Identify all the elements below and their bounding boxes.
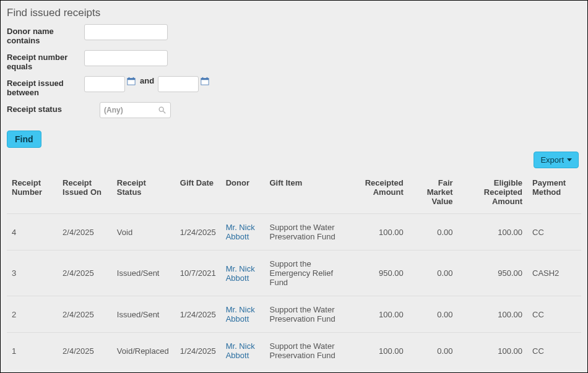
- donor-link[interactable]: Mr. Nick Abbott: [226, 305, 255, 324]
- date-from-input[interactable]: [85, 77, 123, 91]
- cell-status: Void: [112, 214, 175, 251]
- export-button[interactable]: Export: [534, 152, 579, 168]
- cell-gift-date: 10/7/2021: [175, 251, 221, 296]
- col-receipted-amount[interactable]: Receipted Amount: [349, 174, 409, 214]
- svg-point-8: [159, 107, 163, 111]
- table-row: 22/4/2025Issued/Sent1/24/2025Mr. Nick Ab…: [7, 296, 581, 333]
- calendar-icon[interactable]: [200, 76, 210, 86]
- cell-fair-market-value: 0.00: [409, 214, 458, 251]
- cell-eligible-amount: 100.00: [458, 214, 527, 251]
- date-to-input[interactable]: [158, 77, 197, 91]
- cell-receipt-number: 2: [7, 296, 58, 333]
- filter-donor-row: Donor name contains: [7, 24, 581, 45]
- cell-status: Issued/Sent: [112, 251, 175, 296]
- filter-status-label: Receipt status: [7, 102, 100, 114]
- col-status[interactable]: Receipt Status: [112, 174, 175, 214]
- cell-donor: Mr. Nick Abbott: [221, 333, 265, 369]
- filter-receipt-number-label: Receipt number equals: [7, 50, 84, 71]
- status-placeholder: (Any): [104, 106, 123, 114]
- filter-donor-label: Donor name contains: [7, 24, 84, 45]
- cell-issued-on: 2/4/2025: [58, 214, 112, 251]
- window-frame: Find issued receipts Donor name contains…: [0, 0, 588, 373]
- export-row: Export: [7, 152, 581, 168]
- results-table: Receipt Number Receipt Issued On Receipt…: [7, 174, 581, 369]
- cell-payment-method: CC: [527, 333, 581, 369]
- cell-gift-item: Support the Water Preservation Fund: [264, 214, 349, 251]
- cell-payment-method: CC: [527, 214, 581, 251]
- cell-fair-market-value: 0.00: [409, 333, 458, 369]
- table-row: 42/4/2025Void1/24/2025Mr. Nick AbbottSup…: [7, 214, 581, 251]
- cell-receipt-number: 3: [7, 251, 58, 296]
- filter-date-range-label: Receipt issued between: [7, 76, 84, 97]
- cell-receipted-amount: 100.00: [349, 333, 409, 369]
- chevron-down-icon: [567, 158, 572, 161]
- export-label: Export: [540, 155, 564, 165]
- col-eligible-amount[interactable]: Eligible Receipted Amount: [458, 174, 527, 214]
- cell-issued-on: 2/4/2025: [58, 333, 112, 369]
- cell-receipted-amount: 950.00: [349, 251, 409, 296]
- calendar-icon[interactable]: [126, 76, 136, 86]
- svg-line-9: [163, 111, 166, 114]
- cell-gift-item: Support the Water Preservation Fund: [264, 333, 349, 369]
- donor-link[interactable]: Mr. Nick Abbott: [226, 264, 255, 283]
- cell-issued-on: 2/4/2025: [58, 296, 112, 333]
- cell-gift-date: 1/24/2025: [175, 296, 221, 333]
- receipt-number-input[interactable]: [84, 50, 168, 66]
- cell-donor: Mr. Nick Abbott: [221, 214, 265, 251]
- cell-donor: Mr. Nick Abbott: [221, 251, 265, 296]
- find-button[interactable]: Find: [7, 131, 41, 148]
- cell-receipt-number: 1: [7, 333, 58, 369]
- status-select[interactable]: (Any): [100, 102, 171, 118]
- date-from-wrap: [84, 76, 125, 92]
- filter-receipt-number-row: Receipt number equals: [7, 50, 581, 71]
- svg-rect-2: [129, 77, 130, 79]
- table-row: 32/4/2025Issued/Sent10/7/2021Mr. Nick Ab…: [7, 251, 581, 296]
- content-area: Find issued receipts Donor name contains…: [1, 1, 587, 373]
- cell-payment-method: CASH2: [527, 251, 581, 296]
- table-row: 12/4/2025Void/Replaced1/24/2025Mr. Nick …: [7, 333, 581, 369]
- cell-receipt-number: 4: [7, 214, 58, 251]
- cell-donor: Mr. Nick Abbott: [221, 296, 265, 333]
- donor-name-input[interactable]: [84, 24, 168, 40]
- col-fair-market-value[interactable]: Fair Market Value: [409, 174, 458, 214]
- cell-gift-item: Support the Water Preservation Fund: [264, 296, 349, 333]
- cell-receipted-amount: 100.00: [349, 214, 409, 251]
- cell-gift-date: 1/24/2025: [175, 333, 221, 369]
- cell-issued-on: 2/4/2025: [58, 251, 112, 296]
- cell-eligible-amount: 100.00: [458, 333, 527, 369]
- and-label: and: [140, 76, 154, 85]
- col-receipt-number[interactable]: Receipt Number: [7, 174, 58, 214]
- donor-link[interactable]: Mr. Nick Abbott: [226, 223, 255, 241]
- cell-gift-date: 1/24/2025: [175, 214, 221, 251]
- col-gift-item[interactable]: Gift Item: [264, 174, 349, 214]
- svg-rect-6: [202, 77, 204, 79]
- header-row: Receipt Number Receipt Issued On Receipt…: [7, 174, 581, 214]
- cell-eligible-amount: 100.00: [458, 296, 527, 333]
- cell-status: Issued/Sent: [112, 296, 175, 333]
- cell-gift-item: Support the Emergency Relief Fund: [264, 251, 349, 296]
- date-to-wrap: [158, 76, 199, 92]
- donor-link[interactable]: Mr. Nick Abbott: [226, 341, 255, 360]
- col-issued-on[interactable]: Receipt Issued On: [58, 174, 112, 214]
- cell-fair-market-value: 0.00: [409, 296, 458, 333]
- cell-eligible-amount: 950.00: [458, 251, 527, 296]
- cell-receipted-amount: 100.00: [349, 296, 409, 333]
- cell-fair-market-value: 0.00: [409, 251, 458, 296]
- col-gift-date[interactable]: Gift Date: [175, 174, 221, 214]
- filter-status-row: Receipt status (Any): [7, 102, 581, 118]
- filter-date-range-row: Receipt issued between and: [7, 76, 581, 97]
- cell-payment-method: CC: [527, 296, 581, 333]
- col-payment-method[interactable]: Payment Method: [527, 174, 581, 214]
- svg-rect-3: [133, 77, 134, 79]
- col-donor[interactable]: Donor: [221, 174, 265, 214]
- page-title: Find issued receipts: [7, 7, 581, 19]
- svg-rect-7: [207, 77, 208, 79]
- search-icon: [158, 106, 166, 114]
- cell-status: Void/Replaced: [112, 333, 175, 369]
